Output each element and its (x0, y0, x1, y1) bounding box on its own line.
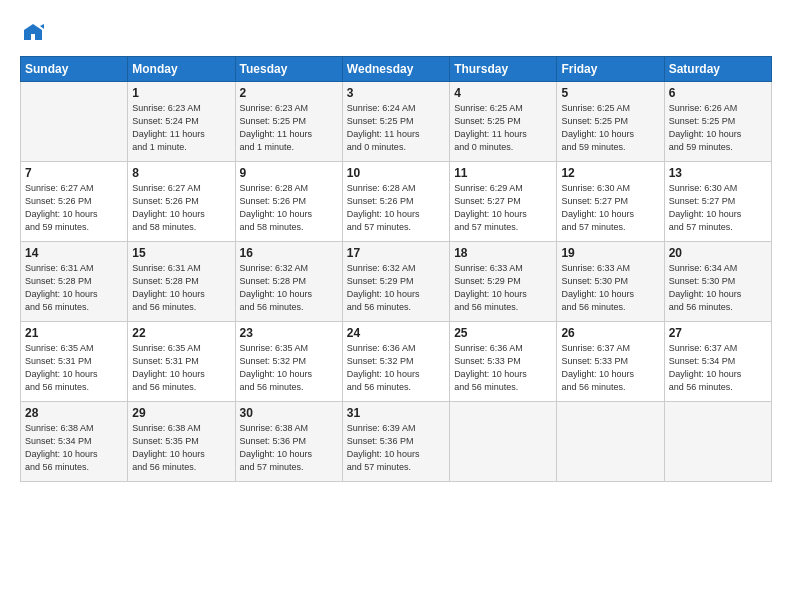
day-info: Sunrise: 6:38 AMSunset: 5:36 PMDaylight:… (240, 422, 338, 474)
day-info: Sunrise: 6:32 AMSunset: 5:29 PMDaylight:… (347, 262, 445, 314)
week-row-5: 28Sunrise: 6:38 AMSunset: 5:34 PMDayligh… (21, 402, 772, 482)
calendar-table: SundayMondayTuesdayWednesdayThursdayFrid… (20, 56, 772, 482)
day-number: 24 (347, 326, 445, 340)
cell-5-4: 31Sunrise: 6:39 AMSunset: 5:36 PMDayligh… (342, 402, 449, 482)
cell-1-1 (21, 82, 128, 162)
cell-5-5 (450, 402, 557, 482)
col-header-wednesday: Wednesday (342, 57, 449, 82)
week-row-3: 14Sunrise: 6:31 AMSunset: 5:28 PMDayligh… (21, 242, 772, 322)
logo (20, 22, 44, 48)
cell-4-2: 22Sunrise: 6:35 AMSunset: 5:31 PMDayligh… (128, 322, 235, 402)
cell-2-7: 13Sunrise: 6:30 AMSunset: 5:27 PMDayligh… (664, 162, 771, 242)
col-header-thursday: Thursday (450, 57, 557, 82)
cell-3-4: 17Sunrise: 6:32 AMSunset: 5:29 PMDayligh… (342, 242, 449, 322)
day-info: Sunrise: 6:37 AMSunset: 5:34 PMDaylight:… (669, 342, 767, 394)
day-info: Sunrise: 6:30 AMSunset: 5:27 PMDaylight:… (561, 182, 659, 234)
cell-2-1: 7Sunrise: 6:27 AMSunset: 5:26 PMDaylight… (21, 162, 128, 242)
day-number: 1 (132, 86, 230, 100)
week-row-2: 7Sunrise: 6:27 AMSunset: 5:26 PMDaylight… (21, 162, 772, 242)
cell-4-5: 25Sunrise: 6:36 AMSunset: 5:33 PMDayligh… (450, 322, 557, 402)
day-info: Sunrise: 6:35 AMSunset: 5:31 PMDaylight:… (25, 342, 123, 394)
day-number: 2 (240, 86, 338, 100)
day-info: Sunrise: 6:26 AMSunset: 5:25 PMDaylight:… (669, 102, 767, 154)
cell-3-3: 16Sunrise: 6:32 AMSunset: 5:28 PMDayligh… (235, 242, 342, 322)
day-info: Sunrise: 6:25 AMSunset: 5:25 PMDaylight:… (454, 102, 552, 154)
day-info: Sunrise: 6:27 AMSunset: 5:26 PMDaylight:… (132, 182, 230, 234)
day-number: 31 (347, 406, 445, 420)
day-number: 29 (132, 406, 230, 420)
day-number: 7 (25, 166, 123, 180)
day-number: 17 (347, 246, 445, 260)
day-number: 12 (561, 166, 659, 180)
week-row-4: 21Sunrise: 6:35 AMSunset: 5:31 PMDayligh… (21, 322, 772, 402)
day-number: 25 (454, 326, 552, 340)
col-header-monday: Monday (128, 57, 235, 82)
header (20, 18, 772, 48)
cell-1-4: 3Sunrise: 6:24 AMSunset: 5:25 PMDaylight… (342, 82, 449, 162)
cell-4-6: 26Sunrise: 6:37 AMSunset: 5:33 PMDayligh… (557, 322, 664, 402)
day-number: 30 (240, 406, 338, 420)
day-info: Sunrise: 6:23 AMSunset: 5:24 PMDaylight:… (132, 102, 230, 154)
cell-5-7 (664, 402, 771, 482)
day-info: Sunrise: 6:39 AMSunset: 5:36 PMDaylight:… (347, 422, 445, 474)
day-info: Sunrise: 6:28 AMSunset: 5:26 PMDaylight:… (240, 182, 338, 234)
cell-5-6 (557, 402, 664, 482)
day-info: Sunrise: 6:32 AMSunset: 5:28 PMDaylight:… (240, 262, 338, 314)
cell-2-2: 8Sunrise: 6:27 AMSunset: 5:26 PMDaylight… (128, 162, 235, 242)
day-info: Sunrise: 6:29 AMSunset: 5:27 PMDaylight:… (454, 182, 552, 234)
day-info: Sunrise: 6:33 AMSunset: 5:30 PMDaylight:… (561, 262, 659, 314)
day-number: 15 (132, 246, 230, 260)
day-number: 8 (132, 166, 230, 180)
day-number: 4 (454, 86, 552, 100)
logo-icon (22, 22, 44, 44)
day-number: 20 (669, 246, 767, 260)
col-header-sunday: Sunday (21, 57, 128, 82)
cell-2-4: 10Sunrise: 6:28 AMSunset: 5:26 PMDayligh… (342, 162, 449, 242)
cell-4-1: 21Sunrise: 6:35 AMSunset: 5:31 PMDayligh… (21, 322, 128, 402)
day-info: Sunrise: 6:34 AMSunset: 5:30 PMDaylight:… (669, 262, 767, 314)
day-info: Sunrise: 6:36 AMSunset: 5:32 PMDaylight:… (347, 342, 445, 394)
cell-1-6: 5Sunrise: 6:25 AMSunset: 5:25 PMDaylight… (557, 82, 664, 162)
cell-4-3: 23Sunrise: 6:35 AMSunset: 5:32 PMDayligh… (235, 322, 342, 402)
day-number: 11 (454, 166, 552, 180)
cell-5-1: 28Sunrise: 6:38 AMSunset: 5:34 PMDayligh… (21, 402, 128, 482)
day-info: Sunrise: 6:35 AMSunset: 5:31 PMDaylight:… (132, 342, 230, 394)
day-info: Sunrise: 6:28 AMSunset: 5:26 PMDaylight:… (347, 182, 445, 234)
day-info: Sunrise: 6:31 AMSunset: 5:28 PMDaylight:… (132, 262, 230, 314)
cell-2-3: 9Sunrise: 6:28 AMSunset: 5:26 PMDaylight… (235, 162, 342, 242)
col-header-saturday: Saturday (664, 57, 771, 82)
cell-3-5: 18Sunrise: 6:33 AMSunset: 5:29 PMDayligh… (450, 242, 557, 322)
day-number: 14 (25, 246, 123, 260)
day-number: 26 (561, 326, 659, 340)
col-header-friday: Friday (557, 57, 664, 82)
cell-2-5: 11Sunrise: 6:29 AMSunset: 5:27 PMDayligh… (450, 162, 557, 242)
day-number: 28 (25, 406, 123, 420)
cell-5-3: 30Sunrise: 6:38 AMSunset: 5:36 PMDayligh… (235, 402, 342, 482)
cell-4-4: 24Sunrise: 6:36 AMSunset: 5:32 PMDayligh… (342, 322, 449, 402)
day-info: Sunrise: 6:38 AMSunset: 5:35 PMDaylight:… (132, 422, 230, 474)
day-info: Sunrise: 6:37 AMSunset: 5:33 PMDaylight:… (561, 342, 659, 394)
day-number: 9 (240, 166, 338, 180)
day-number: 5 (561, 86, 659, 100)
day-info: Sunrise: 6:35 AMSunset: 5:32 PMDaylight:… (240, 342, 338, 394)
day-info: Sunrise: 6:23 AMSunset: 5:25 PMDaylight:… (240, 102, 338, 154)
day-info: Sunrise: 6:38 AMSunset: 5:34 PMDaylight:… (25, 422, 123, 474)
day-number: 6 (669, 86, 767, 100)
day-info: Sunrise: 6:33 AMSunset: 5:29 PMDaylight:… (454, 262, 552, 314)
header-row: SundayMondayTuesdayWednesdayThursdayFrid… (21, 57, 772, 82)
cell-4-7: 27Sunrise: 6:37 AMSunset: 5:34 PMDayligh… (664, 322, 771, 402)
day-number: 23 (240, 326, 338, 340)
day-number: 16 (240, 246, 338, 260)
page: SundayMondayTuesdayWednesdayThursdayFrid… (0, 0, 792, 492)
cell-3-2: 15Sunrise: 6:31 AMSunset: 5:28 PMDayligh… (128, 242, 235, 322)
cell-1-5: 4Sunrise: 6:25 AMSunset: 5:25 PMDaylight… (450, 82, 557, 162)
cell-3-7: 20Sunrise: 6:34 AMSunset: 5:30 PMDayligh… (664, 242, 771, 322)
col-header-tuesday: Tuesday (235, 57, 342, 82)
cell-1-3: 2Sunrise: 6:23 AMSunset: 5:25 PMDaylight… (235, 82, 342, 162)
cell-1-7: 6Sunrise: 6:26 AMSunset: 5:25 PMDaylight… (664, 82, 771, 162)
day-info: Sunrise: 6:24 AMSunset: 5:25 PMDaylight:… (347, 102, 445, 154)
cell-3-1: 14Sunrise: 6:31 AMSunset: 5:28 PMDayligh… (21, 242, 128, 322)
day-info: Sunrise: 6:27 AMSunset: 5:26 PMDaylight:… (25, 182, 123, 234)
day-info: Sunrise: 6:36 AMSunset: 5:33 PMDaylight:… (454, 342, 552, 394)
day-info: Sunrise: 6:30 AMSunset: 5:27 PMDaylight:… (669, 182, 767, 234)
